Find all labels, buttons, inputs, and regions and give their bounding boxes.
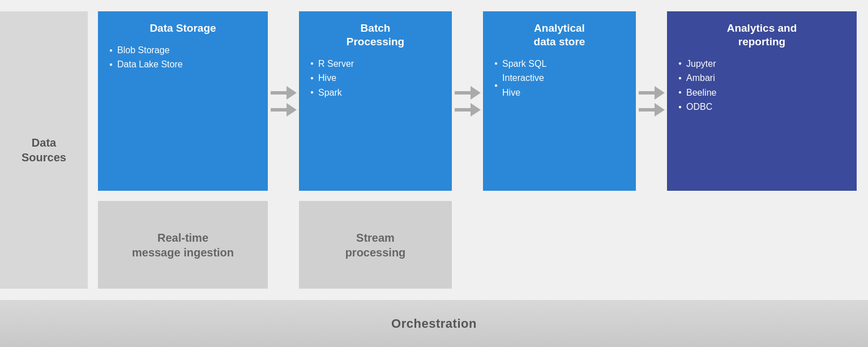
data-sources-label: Data Sources bbox=[22, 135, 66, 165]
list-item: Spark SQL bbox=[494, 57, 625, 71]
analytical-store-title: Analytical data store bbox=[494, 22, 625, 49]
top-row: Data Storage Blob Storage Data Lake Stor… bbox=[98, 11, 857, 191]
bottom-spacer-1 bbox=[268, 201, 299, 289]
double-arrow-icon bbox=[639, 86, 665, 117]
list-item: Beeline bbox=[678, 85, 845, 100]
bottom-spacer-2 bbox=[452, 201, 857, 289]
list-item: Spark bbox=[310, 85, 441, 100]
content-area: Data Storage Blob Storage Data Lake Stor… bbox=[98, 11, 857, 289]
list-item: R Server bbox=[310, 57, 441, 71]
realtime-ingestion-title: Real-time message ingestion bbox=[132, 230, 234, 260]
main-area: Data Sources Data Storage Blob Storage D… bbox=[0, 0, 868, 300]
batch-processing-title: Batch Processing bbox=[310, 22, 441, 49]
double-arrow-icon bbox=[271, 86, 297, 117]
list-item: Jupyter bbox=[678, 57, 845, 71]
arrow-2 bbox=[452, 11, 483, 191]
data-storage-box: Data Storage Blob Storage Data Lake Stor… bbox=[98, 11, 268, 191]
list-item: ODBC bbox=[678, 100, 845, 114]
batch-processing-box: Batch Processing R Server Hive Spark bbox=[299, 11, 452, 191]
stream-processing-box: Stream processing bbox=[299, 201, 452, 289]
data-sources-column: Data Sources bbox=[0, 11, 88, 289]
realtime-ingestion-box: Real-time message ingestion bbox=[98, 201, 268, 289]
list-item: Data Lake Store bbox=[109, 57, 256, 72]
double-arrow-icon bbox=[455, 86, 481, 117]
bottom-row: Real-time message ingestion Stream proce… bbox=[98, 201, 857, 289]
arrow-3 bbox=[636, 11, 667, 191]
batch-processing-list: R Server Hive Spark bbox=[310, 57, 441, 100]
analytics-reporting-box: Analytics and reporting Jupyter Ambari B… bbox=[667, 11, 857, 191]
stream-processing-title: Stream processing bbox=[345, 230, 406, 260]
data-storage-title: Data Storage bbox=[109, 22, 256, 35]
data-storage-list: Blob Storage Data Lake Store bbox=[109, 43, 256, 72]
analytics-reporting-list: Jupyter Ambari Beeline ODBC bbox=[678, 57, 845, 114]
analytical-store-box: Analytical data store Spark SQL Interact… bbox=[483, 11, 636, 191]
list-item: Ambari bbox=[678, 71, 845, 85]
arrow-1 bbox=[268, 11, 299, 191]
list-item: Interactive Hive bbox=[494, 71, 625, 100]
orchestration-bar: Orchestration bbox=[0, 300, 868, 347]
list-item: Blob Storage bbox=[109, 43, 256, 58]
orchestration-label: Orchestration bbox=[391, 316, 477, 331]
analytics-reporting-title: Analytics and reporting bbox=[678, 22, 845, 49]
list-item: Hive bbox=[310, 71, 441, 85]
analytical-store-list: Spark SQL Interactive Hive bbox=[494, 57, 625, 100]
